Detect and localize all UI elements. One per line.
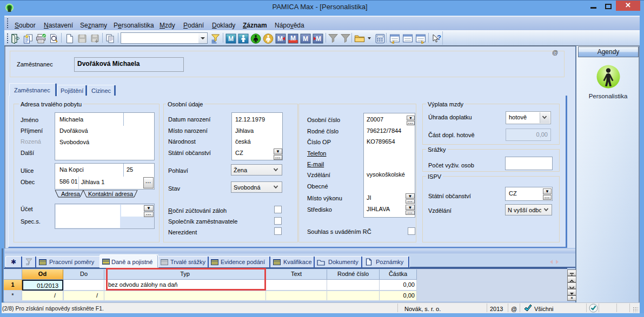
svg-text:M: M (277, 35, 283, 43)
svg-text:M: M (316, 35, 321, 43)
svg-text:M: M (228, 35, 234, 43)
svg-text:M: M (303, 35, 308, 43)
svg-text:?: ? (437, 33, 441, 42)
svg-text:M: M (290, 35, 296, 42)
